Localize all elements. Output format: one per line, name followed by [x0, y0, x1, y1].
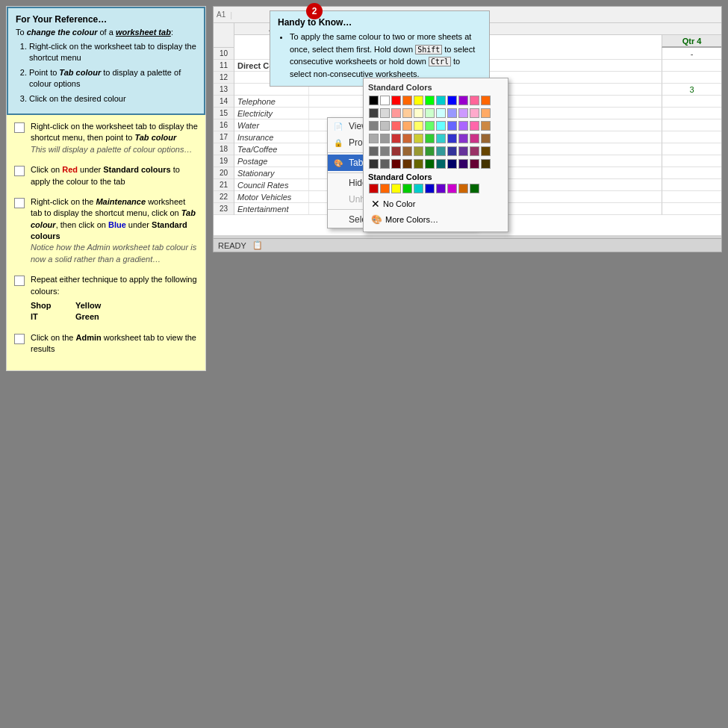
swatch-3-6[interactable] [425, 121, 435, 131]
no-color-option[interactable]: ✕ No Color [368, 196, 503, 212]
swatch-1-7[interactable] [436, 96, 446, 105]
row-num-23: 23 [214, 203, 234, 215]
checkbox-1[interactable] [14, 122, 25, 133]
ss-cell-14: Telephone [234, 96, 309, 107]
swatch-4-3[interactable] [391, 134, 401, 143]
swatch-2-6[interactable] [425, 108, 435, 118]
swatch-3-7[interactable] [436, 121, 446, 131]
more-colors-option[interactable]: 🎨 More Colors… [368, 212, 503, 227]
row-num-12: 12 [214, 72, 234, 84]
swatch-4-7[interactable] [436, 134, 446, 143]
left-panel: For Your Reference… To change the colour… [6, 6, 206, 371]
swatch-6-11[interactable] [481, 159, 491, 169]
swatch-1-8[interactable] [447, 96, 457, 105]
swatch-6-8[interactable] [447, 159, 457, 169]
swatch-6-6[interactable] [425, 159, 435, 169]
swatch-3-2[interactable] [380, 121, 390, 131]
std-swatch-brown[interactable] [458, 184, 468, 193]
swatch-3-4[interactable] [402, 121, 412, 131]
std-swatch-yellow[interactable] [391, 184, 401, 193]
swatch-2-2[interactable] [380, 108, 390, 118]
swatch-3-9[interactable] [458, 121, 468, 131]
swatch-3-11[interactable] [481, 121, 491, 131]
std-swatch-blue[interactable] [425, 184, 435, 193]
swatch-4-2[interactable] [380, 134, 390, 143]
swatch-5-11[interactable] [481, 146, 491, 156]
swatch-1-11[interactable] [481, 96, 491, 105]
swatch-3-1[interactable] [369, 121, 379, 131]
swatch-1-2[interactable] [380, 96, 390, 105]
step-row-1: Right-click on the worksheet tab to disp… [14, 121, 198, 155]
swatch-5-10[interactable] [470, 146, 479, 156]
swatch-4-1[interactable] [369, 134, 379, 143]
swatch-2-4[interactable] [402, 108, 412, 118]
checkbox-3[interactable] [14, 198, 25, 208]
swatch-2-5[interactable] [414, 108, 423, 118]
swatch-5-6[interactable] [425, 146, 435, 156]
swatch-6-5[interactable] [414, 159, 423, 169]
swatch-3-3[interactable] [391, 121, 401, 131]
swatch-1-10[interactable] [470, 96, 479, 105]
swatch-2-7[interactable] [436, 108, 446, 118]
handy-list: To apply the same colour to two or more … [290, 31, 482, 80]
excel-area: A1 | A B C Qtr 4 10 11 12 13 14 15 16 17… [213, 6, 722, 252]
swatch-6-3[interactable] [391, 159, 401, 169]
std-swatch-red[interactable] [369, 184, 379, 193]
right-cell-18 [662, 143, 721, 155]
swatch-5-9[interactable] [458, 146, 468, 156]
swatch-4-10[interactable] [470, 134, 479, 143]
swatch-1-6[interactable] [425, 96, 435, 105]
checkbox-5[interactable] [14, 334, 25, 344]
std-swatch-cyan[interactable] [414, 184, 423, 193]
swatch-1-3[interactable] [391, 96, 401, 105]
swatch-3-10[interactable] [470, 121, 479, 131]
swatch-4-11[interactable] [481, 134, 491, 143]
handy-box: Handy to Know… To apply the same colour … [270, 10, 490, 87]
ss-cell-23: Entertainment [234, 203, 309, 214]
swatch-5-5[interactable] [414, 146, 423, 156]
swatch-1-5[interactable] [414, 96, 423, 105]
std-swatch-orange[interactable] [380, 184, 390, 193]
checkbox-4[interactable] [14, 276, 25, 286]
swatch-6-7[interactable] [436, 159, 446, 169]
swatch-5-4[interactable] [402, 146, 412, 156]
swatch-6-1[interactable] [369, 159, 379, 169]
swatch-1-1[interactable] [369, 96, 379, 105]
swatch-2-8[interactable] [447, 108, 457, 118]
swatch-6-4[interactable] [402, 159, 412, 169]
swatch-2-11[interactable] [481, 108, 491, 118]
swatch-4-6[interactable] [425, 134, 435, 143]
swatch-3-8[interactable] [447, 121, 457, 131]
swatch-2-1[interactable] [369, 108, 379, 118]
swatch-5-3[interactable] [391, 146, 401, 156]
std-swatch-darkgreen[interactable] [470, 184, 479, 193]
std-swatch-green[interactable] [402, 184, 412, 193]
swatch-4-8[interactable] [447, 134, 457, 143]
swatch-6-9[interactable] [458, 159, 468, 169]
right-cell-19 [662, 155, 721, 167]
std-swatch-magenta[interactable] [447, 184, 457, 193]
step-row-2: Click on Red under Standard colours to a… [14, 164, 198, 187]
swatch-4-9[interactable] [458, 134, 468, 143]
ss-cell-15: Electricity [234, 108, 309, 119]
swatch-4-5[interactable] [414, 134, 423, 143]
std-swatch-purple[interactable] [436, 184, 446, 193]
swatch-1-4[interactable] [402, 96, 412, 105]
row-num-17: 17 [214, 131, 234, 143]
swatch-2-3[interactable] [391, 108, 401, 118]
swatch-4-4[interactable] [402, 134, 412, 143]
swatch-6-2[interactable] [380, 159, 390, 169]
swatch-2-9[interactable] [458, 108, 468, 118]
swatch-5-1[interactable] [369, 146, 379, 156]
swatch-1-9[interactable] [458, 96, 468, 105]
color-row-2 [368, 108, 503, 119]
swatch-2-10[interactable] [470, 108, 479, 118]
swatch-5-7[interactable] [436, 146, 446, 156]
table-cell-it-color: Green [75, 311, 101, 323]
swatch-6-10[interactable] [470, 159, 479, 169]
swatch-5-8[interactable] [447, 146, 457, 156]
swatch-5-2[interactable] [380, 146, 390, 156]
ss-cell-22: Motor Vehicles [234, 191, 309, 202]
swatch-3-5[interactable] [414, 121, 423, 131]
checkbox-2[interactable] [14, 166, 25, 176]
